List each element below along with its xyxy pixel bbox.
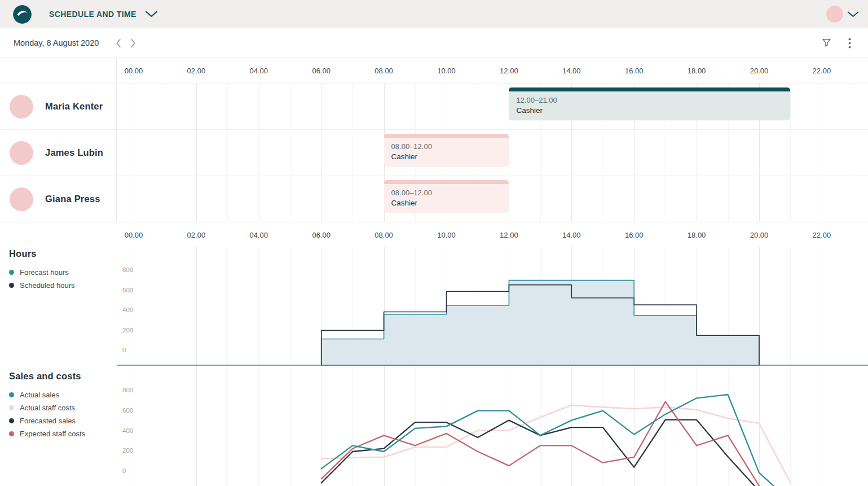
module-title: SCHEDULE AND TIME [49, 10, 136, 19]
time-tick-label: 20.00 [750, 67, 769, 75]
time-tick-label: 18.00 [688, 231, 706, 239]
legend-label: Actual sales [20, 391, 59, 399]
legend-dot [9, 418, 14, 423]
legend-label: Forecast hours [20, 268, 69, 277]
charts-section: Hours Forecast hours Scheduled hours Sal… [0, 222, 868, 486]
roster-header-spacer [0, 58, 116, 84]
filter-button[interactable] [819, 36, 834, 50]
y-axis-tick-label: 200 [122, 447, 133, 454]
time-axis-bottom: 00.0002.0004.0006.0008.0010.0012.0014.00… [117, 222, 868, 247]
y-axis-tick-label: 800 [122, 387, 133, 393]
legend-dot [9, 392, 14, 397]
legend-item-forecasted-sales: Forecasted sales [9, 414, 117, 427]
employee-row-giana[interactable]: Giana Press [0, 176, 116, 222]
time-tick-label: 20.00 [750, 231, 769, 239]
time-tick-label: 06.00 [312, 67, 331, 75]
hours-legend: Hours Forecast hours Scheduled hours [9, 222, 117, 292]
y-axis-tick-label: 600 [122, 287, 133, 294]
shift-block-giana[interactable]: 08.00–12.00 Cashier [384, 180, 509, 213]
schedule-grid: Maria Kenter James Lubin Giana Press 00.… [0, 58, 868, 222]
time-tick-label: 04.00 [250, 231, 268, 239]
app-bar: SCHEDULE AND TIME [0, 0, 868, 28]
shift-accent-bar [509, 87, 790, 91]
hours-legend-title: Hours [9, 248, 117, 259]
shift-block-james[interactable]: 08.00–12.00 Cashier [384, 134, 509, 167]
employee-avatar [10, 141, 33, 165]
prev-day-button[interactable] [111, 35, 126, 51]
employee-avatar [10, 95, 33, 119]
shift-accent-bar [384, 134, 509, 138]
sales-legend-title: Sales and costs [9, 371, 117, 382]
employee-row-james[interactable]: James Lubin [0, 130, 116, 176]
legend-dot [9, 270, 14, 275]
user-avatar[interactable] [826, 6, 843, 23]
app-logo-icon[interactable] [13, 5, 32, 24]
kebab-menu-icon [848, 38, 851, 49]
hours-chart: 8006004002000 [117, 247, 868, 367]
y-axis-tick-label: 200 [122, 327, 133, 334]
y-axis-tick-label: 400 [122, 427, 133, 434]
charts-legend-panel: Hours Forecast hours Scheduled hours Sal… [0, 222, 117, 486]
chevron-right-icon [130, 38, 136, 48]
next-day-button[interactable] [126, 35, 140, 51]
legend-item-actual-staff-costs: Actual staff costs [9, 401, 117, 414]
more-options-button[interactable] [846, 36, 853, 51]
shift-time: 08.00–12.00 [391, 142, 502, 151]
shift-row: 12.00–21.00 Cashier [117, 84, 868, 130]
time-tick-label: 06.00 [312, 231, 331, 239]
legend-label: Scheduled hours [20, 281, 75, 290]
shift-block-maria[interactable]: 12.00–21.00 Cashier [509, 87, 790, 120]
y-axis-tick-label: 0 [122, 347, 126, 353]
hours-chart-svg [117, 247, 868, 367]
time-tick-label: 22.00 [813, 231, 831, 239]
chevron-left-icon [116, 38, 121, 48]
toolbar: Monday, 8 August 2020 [0, 28, 868, 58]
time-tick-label: 14.00 [562, 231, 581, 239]
employee-row-maria[interactable]: Maria Kenter [0, 84, 116, 130]
employee-name: James Lubin [45, 147, 103, 158]
y-axis-tick-label: 0 [122, 467, 126, 474]
sales-legend: Sales and costs Actual sales Actual staf… [9, 371, 117, 440]
legend-item-scheduled-hours: Scheduled hours [9, 279, 117, 292]
time-tick-label: 16.00 [625, 67, 644, 75]
time-tick-label: 10.00 [437, 67, 456, 75]
legend-dot [9, 405, 14, 410]
legend-item-expected-staff-costs: Expected staff costs [9, 427, 117, 440]
time-axis-top: 00.0002.0004.0006.0008.0010.0012.0014.00… [117, 58, 868, 84]
legend-label: Actual staff costs [20, 404, 75, 412]
shift-role: Cashier [391, 152, 502, 161]
time-tick-label: 00.00 [125, 231, 143, 239]
y-axis-tick-label: 800 [122, 266, 133, 273]
legend-label: Forecasted sales [20, 417, 76, 425]
sales-chart: 8006004002000 [117, 367, 868, 486]
chevron-down-icon [145, 11, 158, 17]
legend-item-forecast-hours: Forecast hours [9, 266, 117, 279]
time-tick-label: 18.00 [688, 67, 706, 75]
time-tick-label: 10.00 [437, 231, 456, 239]
time-tick-label: 02.00 [187, 67, 206, 75]
chevron-down-icon[interactable] [847, 11, 859, 17]
date-label: Monday, 8 August 2020 [14, 38, 99, 47]
time-tick-label: 08.00 [374, 231, 393, 239]
time-tick-label: 16.00 [625, 231, 644, 239]
legend-item-actual-sales: Actual sales [9, 388, 117, 401]
timeline-area: 00.0002.0004.0006.0008.0010.0012.0014.00… [117, 58, 868, 222]
shift-accent-bar [384, 180, 509, 184]
module-selector[interactable]: SCHEDULE AND TIME [49, 10, 158, 19]
legend-dot [9, 283, 14, 288]
shift-row: 08.00–12.00 Cashier [117, 130, 868, 176]
time-tick-label: 02.00 [187, 231, 206, 239]
time-tick-label: 22.00 [813, 67, 831, 75]
time-tick-label: 08.00 [374, 67, 393, 75]
time-tick-label: 12.00 [500, 67, 518, 75]
employee-name: Maria Kenter [45, 101, 103, 112]
y-axis-tick-label: 400 [122, 307, 133, 313]
time-tick-label: 00.00 [125, 67, 143, 75]
y-axis-tick-label: 600 [122, 407, 133, 414]
shift-time: 08.00–12.00 [391, 189, 502, 197]
sales-chart-svg [117, 367, 868, 486]
employee-avatar [10, 187, 33, 211]
shift-role: Cashier [516, 106, 783, 115]
legend-label: Expected staff costs [20, 430, 85, 438]
shift-time: 12.00–21.00 [516, 96, 783, 104]
